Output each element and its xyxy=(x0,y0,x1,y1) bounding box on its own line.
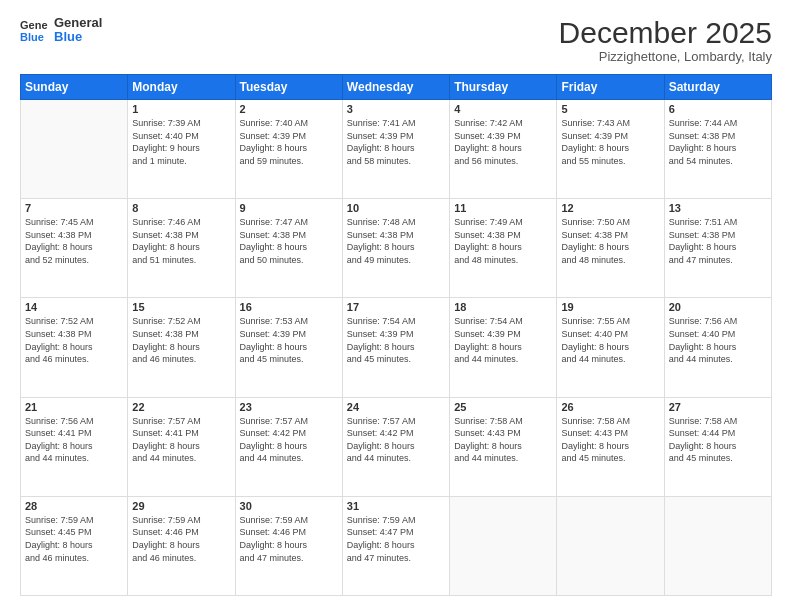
day-info: Sunrise: 7:58 AMSunset: 4:44 PMDaylight:… xyxy=(669,415,767,465)
day-cell: 25Sunrise: 7:58 AMSunset: 4:43 PMDayligh… xyxy=(450,397,557,496)
day-cell: 26Sunrise: 7:58 AMSunset: 4:43 PMDayligh… xyxy=(557,397,664,496)
day-info: Sunrise: 7:57 AMSunset: 4:42 PMDaylight:… xyxy=(240,415,338,465)
day-number: 18 xyxy=(454,301,552,313)
day-info: Sunrise: 7:44 AMSunset: 4:38 PMDaylight:… xyxy=(669,117,767,167)
day-number: 26 xyxy=(561,401,659,413)
day-cell: 4Sunrise: 7:42 AMSunset: 4:39 PMDaylight… xyxy=(450,100,557,199)
logo-line1: General xyxy=(54,16,102,30)
day-number: 27 xyxy=(669,401,767,413)
day-cell: 24Sunrise: 7:57 AMSunset: 4:42 PMDayligh… xyxy=(342,397,449,496)
day-number: 12 xyxy=(561,202,659,214)
day-cell xyxy=(21,100,128,199)
header: General Blue General Blue December 2025 … xyxy=(20,16,772,64)
day-cell: 27Sunrise: 7:58 AMSunset: 4:44 PMDayligh… xyxy=(664,397,771,496)
day-info: Sunrise: 7:50 AMSunset: 4:38 PMDaylight:… xyxy=(561,216,659,266)
day-number: 8 xyxy=(132,202,230,214)
day-header-thursday: Thursday xyxy=(450,75,557,100)
day-cell: 11Sunrise: 7:49 AMSunset: 4:38 PMDayligh… xyxy=(450,199,557,298)
day-cell: 1Sunrise: 7:39 AMSunset: 4:40 PMDaylight… xyxy=(128,100,235,199)
location-subtitle: Pizzighettone, Lombardy, Italy xyxy=(559,49,772,64)
day-number: 10 xyxy=(347,202,445,214)
day-number: 17 xyxy=(347,301,445,313)
day-cell: 28Sunrise: 7:59 AMSunset: 4:45 PMDayligh… xyxy=(21,496,128,595)
day-cell: 3Sunrise: 7:41 AMSunset: 4:39 PMDaylight… xyxy=(342,100,449,199)
day-cell xyxy=(557,496,664,595)
day-number: 7 xyxy=(25,202,123,214)
day-number: 9 xyxy=(240,202,338,214)
day-cell: 2Sunrise: 7:40 AMSunset: 4:39 PMDaylight… xyxy=(235,100,342,199)
day-cell xyxy=(450,496,557,595)
day-cell: 22Sunrise: 7:57 AMSunset: 4:41 PMDayligh… xyxy=(128,397,235,496)
day-info: Sunrise: 7:54 AMSunset: 4:39 PMDaylight:… xyxy=(454,315,552,365)
week-row-2: 7Sunrise: 7:45 AMSunset: 4:38 PMDaylight… xyxy=(21,199,772,298)
day-cell: 29Sunrise: 7:59 AMSunset: 4:46 PMDayligh… xyxy=(128,496,235,595)
day-info: Sunrise: 7:56 AMSunset: 4:41 PMDaylight:… xyxy=(25,415,123,465)
week-row-3: 14Sunrise: 7:52 AMSunset: 4:38 PMDayligh… xyxy=(21,298,772,397)
day-number: 25 xyxy=(454,401,552,413)
svg-text:Blue: Blue xyxy=(20,31,44,43)
week-row-4: 21Sunrise: 7:56 AMSunset: 4:41 PMDayligh… xyxy=(21,397,772,496)
day-info: Sunrise: 7:51 AMSunset: 4:38 PMDaylight:… xyxy=(669,216,767,266)
day-header-friday: Friday xyxy=(557,75,664,100)
day-number: 5 xyxy=(561,103,659,115)
week-row-5: 28Sunrise: 7:59 AMSunset: 4:45 PMDayligh… xyxy=(21,496,772,595)
day-cell xyxy=(664,496,771,595)
day-cell: 12Sunrise: 7:50 AMSunset: 4:38 PMDayligh… xyxy=(557,199,664,298)
day-header-tuesday: Tuesday xyxy=(235,75,342,100)
day-number: 11 xyxy=(454,202,552,214)
day-number: 6 xyxy=(669,103,767,115)
day-cell: 9Sunrise: 7:47 AMSunset: 4:38 PMDaylight… xyxy=(235,199,342,298)
day-info: Sunrise: 7:39 AMSunset: 4:40 PMDaylight:… xyxy=(132,117,230,167)
day-number: 16 xyxy=(240,301,338,313)
day-info: Sunrise: 7:48 AMSunset: 4:38 PMDaylight:… xyxy=(347,216,445,266)
day-info: Sunrise: 7:45 AMSunset: 4:38 PMDaylight:… xyxy=(25,216,123,266)
day-info: Sunrise: 7:55 AMSunset: 4:40 PMDaylight:… xyxy=(561,315,659,365)
day-cell: 13Sunrise: 7:51 AMSunset: 4:38 PMDayligh… xyxy=(664,199,771,298)
day-number: 28 xyxy=(25,500,123,512)
day-info: Sunrise: 7:43 AMSunset: 4:39 PMDaylight:… xyxy=(561,117,659,167)
day-number: 23 xyxy=(240,401,338,413)
day-header-monday: Monday xyxy=(128,75,235,100)
day-number: 30 xyxy=(240,500,338,512)
day-info: Sunrise: 7:41 AMSunset: 4:39 PMDaylight:… xyxy=(347,117,445,167)
day-cell: 30Sunrise: 7:59 AMSunset: 4:46 PMDayligh… xyxy=(235,496,342,595)
day-cell: 21Sunrise: 7:56 AMSunset: 4:41 PMDayligh… xyxy=(21,397,128,496)
day-info: Sunrise: 7:57 AMSunset: 4:41 PMDaylight:… xyxy=(132,415,230,465)
day-info: Sunrise: 7:42 AMSunset: 4:39 PMDaylight:… xyxy=(454,117,552,167)
day-info: Sunrise: 7:49 AMSunset: 4:38 PMDaylight:… xyxy=(454,216,552,266)
logo-icon: General Blue xyxy=(20,16,48,44)
day-cell: 23Sunrise: 7:57 AMSunset: 4:42 PMDayligh… xyxy=(235,397,342,496)
day-info: Sunrise: 7:59 AMSunset: 4:46 PMDaylight:… xyxy=(132,514,230,564)
day-number: 2 xyxy=(240,103,338,115)
day-number: 22 xyxy=(132,401,230,413)
day-info: Sunrise: 7:58 AMSunset: 4:43 PMDaylight:… xyxy=(454,415,552,465)
day-cell: 10Sunrise: 7:48 AMSunset: 4:38 PMDayligh… xyxy=(342,199,449,298)
day-number: 1 xyxy=(132,103,230,115)
day-number: 31 xyxy=(347,500,445,512)
day-cell: 31Sunrise: 7:59 AMSunset: 4:47 PMDayligh… xyxy=(342,496,449,595)
day-info: Sunrise: 7:52 AMSunset: 4:38 PMDaylight:… xyxy=(25,315,123,365)
day-cell: 15Sunrise: 7:52 AMSunset: 4:38 PMDayligh… xyxy=(128,298,235,397)
day-cell: 19Sunrise: 7:55 AMSunset: 4:40 PMDayligh… xyxy=(557,298,664,397)
calendar-table: SundayMondayTuesdayWednesdayThursdayFrid… xyxy=(20,74,772,596)
day-info: Sunrise: 7:40 AMSunset: 4:39 PMDaylight:… xyxy=(240,117,338,167)
page: General Blue General Blue December 2025 … xyxy=(0,0,792,612)
day-header-wednesday: Wednesday xyxy=(342,75,449,100)
day-number: 20 xyxy=(669,301,767,313)
day-number: 21 xyxy=(25,401,123,413)
day-number: 29 xyxy=(132,500,230,512)
day-number: 13 xyxy=(669,202,767,214)
day-cell: 14Sunrise: 7:52 AMSunset: 4:38 PMDayligh… xyxy=(21,298,128,397)
day-number: 24 xyxy=(347,401,445,413)
day-info: Sunrise: 7:58 AMSunset: 4:43 PMDaylight:… xyxy=(561,415,659,465)
day-info: Sunrise: 7:59 AMSunset: 4:45 PMDaylight:… xyxy=(25,514,123,564)
day-cell: 7Sunrise: 7:45 AMSunset: 4:38 PMDaylight… xyxy=(21,199,128,298)
day-number: 3 xyxy=(347,103,445,115)
day-info: Sunrise: 7:46 AMSunset: 4:38 PMDaylight:… xyxy=(132,216,230,266)
day-cell: 5Sunrise: 7:43 AMSunset: 4:39 PMDaylight… xyxy=(557,100,664,199)
day-cell: 20Sunrise: 7:56 AMSunset: 4:40 PMDayligh… xyxy=(664,298,771,397)
month-title: December 2025 xyxy=(559,16,772,49)
day-info: Sunrise: 7:54 AMSunset: 4:39 PMDaylight:… xyxy=(347,315,445,365)
day-info: Sunrise: 7:57 AMSunset: 4:42 PMDaylight:… xyxy=(347,415,445,465)
logo-line2: Blue xyxy=(54,30,102,44)
